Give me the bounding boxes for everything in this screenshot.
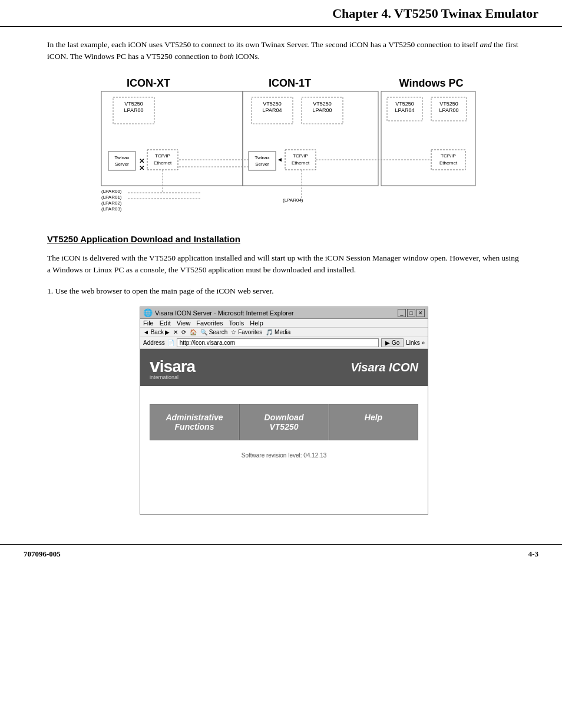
visara-logo: visara bbox=[150, 355, 195, 377]
svg-text:Server: Server bbox=[115, 162, 129, 167]
svg-text:LPAR04: LPAR04 bbox=[263, 107, 282, 113]
address-label: Address bbox=[143, 340, 165, 346]
network-diagram: ICON-XT ICON-1T Windows PC VT5250 LPAR00… bbox=[84, 75, 484, 216]
page-content: In the last example, each iCON uses VT52… bbox=[0, 27, 562, 526]
search-button[interactable]: 🔍 Search bbox=[200, 329, 227, 335]
download-vt5250-button[interactable]: DownloadVT5250 bbox=[239, 404, 329, 440]
step-1-text: 1. Use the web browser to open the main … bbox=[47, 285, 521, 297]
refresh-button[interactable]: ⟳ bbox=[181, 329, 186, 335]
svg-text:LPAR00: LPAR00 bbox=[124, 107, 144, 113]
chapter-title: Chapter 4. VT5250 Twinax Emulator bbox=[24, 6, 538, 21]
ie-icon: 🌐 bbox=[143, 308, 153, 317]
browser-title: 🌐 Visara ICON Server - Microsoft Interne… bbox=[143, 308, 294, 317]
svg-text:VT5250: VT5250 bbox=[395, 101, 414, 107]
svg-text:Ethernet: Ethernet bbox=[439, 160, 458, 166]
section-body: The iCON is delivered with the VT5250 ap… bbox=[47, 252, 521, 276]
menu-file[interactable]: File bbox=[143, 319, 154, 327]
nav-buttons-container: AdministrativeFunctions DownloadVT5250 H… bbox=[150, 404, 418, 440]
links-label: Links » bbox=[406, 340, 425, 346]
browser-titlebar: 🌐 Visara ICON Server - Microsoft Interne… bbox=[140, 307, 428, 319]
address-input[interactable] bbox=[177, 338, 379, 347]
svg-rect-4 bbox=[108, 151, 135, 170]
page-icon: 📄 bbox=[167, 340, 174, 346]
svg-text:Ethernet: Ethernet bbox=[292, 160, 310, 166]
label-windows-pc: Windows PC bbox=[399, 77, 464, 89]
visara-logo-area: visara international bbox=[150, 355, 195, 380]
back-button[interactable]: ◄ Back bbox=[143, 329, 164, 335]
help-label: Help bbox=[365, 413, 382, 422]
svg-text:Server: Server bbox=[255, 162, 269, 167]
download-label: DownloadVT5250 bbox=[265, 413, 304, 431]
home-button[interactable]: 🏠 bbox=[190, 329, 197, 335]
menu-favorites[interactable]: Favorites bbox=[196, 319, 223, 327]
software-revision: Software revision level: 04.12.13 bbox=[242, 452, 327, 459]
forward-button[interactable]: ▶ bbox=[165, 329, 170, 335]
svg-text:LPAR00: LPAR00 bbox=[313, 107, 332, 113]
admin-functions-label: AdministrativeFunctions bbox=[166, 413, 223, 431]
admin-functions-button[interactable]: AdministrativeFunctions bbox=[150, 404, 239, 440]
help-button[interactable]: Help bbox=[329, 404, 418, 440]
intro-paragraph: In the last example, each iCON uses VT52… bbox=[47, 39, 521, 63]
svg-text:VT5250: VT5250 bbox=[124, 101, 143, 107]
svg-text:TCP/IP: TCP/IP bbox=[293, 153, 308, 159]
svg-text:TCP/IP: TCP/IP bbox=[441, 153, 456, 159]
browser-toolbar: ◄ Back ▶ ✕ ⟳ 🏠 🔍 Search ☆ Favorites 🎵 Me… bbox=[140, 328, 428, 337]
go-button[interactable]: ▶ Go bbox=[381, 338, 404, 347]
visara-header-bar: visara international Visara ICON bbox=[140, 349, 428, 386]
svg-text:Twinax: Twinax bbox=[255, 155, 270, 160]
svg-text:VT5250: VT5250 bbox=[263, 101, 282, 107]
menu-tools[interactable]: Tools bbox=[229, 319, 244, 327]
svg-text:(LPAR01): (LPAR01) bbox=[101, 195, 122, 200]
page-footer: 707096-005 4-3 bbox=[0, 544, 562, 564]
browser-addressbar: Address 📄 ▶ Go Links » bbox=[140, 337, 428, 349]
browser-title-text: Visara ICON Server - Microsoft Internet … bbox=[155, 309, 294, 317]
media-button[interactable]: 🎵 Media bbox=[266, 329, 290, 335]
browser-controls[interactable]: _ □ ✕ bbox=[398, 309, 425, 317]
svg-text:◄: ◄ bbox=[277, 156, 283, 163]
footer-doc-number: 707096-005 bbox=[24, 549, 61, 559]
svg-text:LPAR04: LPAR04 bbox=[395, 107, 415, 113]
stop-button[interactable]: ✕ bbox=[173, 329, 178, 335]
svg-text:✕: ✕ bbox=[139, 157, 144, 164]
browser-content: visara international Visara ICON Adminis… bbox=[140, 349, 428, 514]
svg-text:(LPAR04): (LPAR04) bbox=[283, 197, 303, 203]
label-icon-1t: ICON-1T bbox=[269, 77, 311, 89]
svg-text:(LPAR00): (LPAR00) bbox=[101, 189, 122, 194]
svg-text:VT5250: VT5250 bbox=[313, 101, 332, 107]
svg-text:(LPAR03): (LPAR03) bbox=[101, 206, 122, 212]
svg-text:Twinax: Twinax bbox=[115, 155, 130, 160]
svg-text:LPAR00: LPAR00 bbox=[439, 107, 459, 113]
restore-button[interactable]: □ bbox=[407, 309, 415, 317]
browser-menubar: File Edit View Favorites Tools Help bbox=[140, 319, 428, 328]
page-header: Chapter 4. VT5250 Twinax Emulator bbox=[0, 0, 562, 27]
svg-text:(LPAR02): (LPAR02) bbox=[101, 200, 122, 206]
svg-text:TCP/IP: TCP/IP bbox=[155, 153, 170, 159]
menu-edit[interactable]: Edit bbox=[160, 319, 171, 327]
minimize-button[interactable]: _ bbox=[398, 309, 406, 317]
svg-rect-0 bbox=[101, 91, 243, 186]
menu-view[interactable]: View bbox=[177, 319, 191, 327]
label-icon-xt: ICON-XT bbox=[127, 77, 170, 89]
svg-text:✕: ✕ bbox=[139, 164, 144, 172]
close-button[interactable]: ✕ bbox=[416, 309, 425, 317]
svg-rect-25 bbox=[249, 151, 276, 170]
browser-footer: Software revision level: 04.12.13 bbox=[140, 440, 428, 465]
menu-help[interactable]: Help bbox=[250, 319, 263, 327]
section-heading: VT5250 Application Download and Installa… bbox=[47, 234, 521, 244]
visara-icon-title: Visara ICON bbox=[351, 361, 418, 374]
favorites-button[interactable]: ☆ Favorites bbox=[231, 329, 262, 335]
svg-text:VT5250: VT5250 bbox=[439, 101, 458, 107]
browser-window: 🌐 Visara ICON Server - Microsoft Interne… bbox=[140, 307, 428, 515]
svg-text:Ethernet: Ethernet bbox=[154, 160, 172, 166]
footer-page-number: 4-3 bbox=[528, 549, 538, 559]
